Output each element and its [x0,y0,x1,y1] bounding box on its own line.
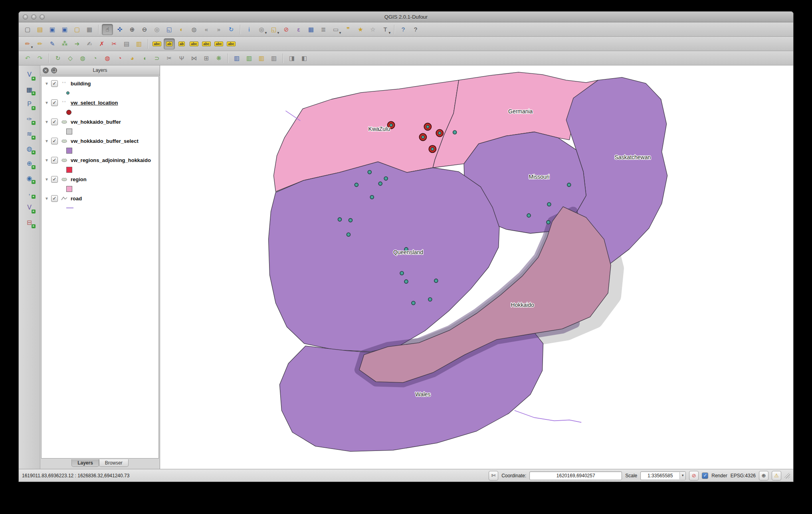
node-tool-icon[interactable]: ✍ [84,38,95,49]
scale-dropdown-icon[interactable]: ▼ [679,472,685,479]
layer-item-vw_hokkaido_buffer[interactable]: ▼✓vw_hokkaido_buffer [42,117,158,127]
fill-ring-icon[interactable]: ◕ [127,53,138,64]
copy-features-icon[interactable]: ▤ [121,38,132,49]
cut-features-icon[interactable]: ✂ [109,38,120,49]
toggle-editing-icon[interactable]: ✏ [34,38,46,49]
refresh-map-icon[interactable]: ↻ [226,24,237,35]
new-project-icon[interactable]: ▢ [22,24,33,35]
resize-grip[interactable] [784,473,790,478]
delete-part-icon[interactable]: ◔ [114,53,125,64]
layer-visibility-checkbox[interactable]: ✓ [51,176,58,183]
rotate-point-symbols-icon[interactable]: ❋ [213,53,224,64]
collapse-triangle-icon[interactable]: ▼ [45,158,49,162]
paste-features-icon[interactable]: ▥ [133,38,145,49]
coordinate-capture-icon[interactable]: ✄ [489,471,498,480]
show-hidden-labels-icon[interactable]: abc [188,38,200,49]
delete-selected-icon[interactable]: ✗ [96,38,107,49]
attribute-table-icon[interactable]: ▦ [305,24,317,35]
stop-render-icon[interactable]: ⊘ [689,471,699,480]
merge-features-icon[interactable]: ⋈ [188,53,200,64]
change-label-icon[interactable]: abc [226,38,237,49]
layer-item-vw_regions_adjoining_hokkaido[interactable]: ▼✓vw_regions_adjoining_hokkaido [42,155,158,165]
select-by-expression-icon[interactable]: ε [293,24,304,35]
zoom-out-icon[interactable]: ⊖ [139,24,150,35]
dropdown-arrow-icon[interactable]: ▼ [30,45,34,49]
zoom-native-icon[interactable]: ◎ [151,24,162,35]
new-bookmark-icon[interactable]: ★ [355,24,366,35]
text-annotation-icon[interactable]: T▼ [380,24,391,35]
add-wfs-layer-icon[interactable]: ◉+ [24,172,36,184]
layer-visibility-checkbox[interactable]: ✓ [51,157,58,164]
undo-icon[interactable]: ↶ [22,53,33,64]
local-cumulative-stretch-icon[interactable]: ▥ [256,53,267,64]
layer-item-road[interactable]: ▼✓road [42,193,158,204]
new-print-composer-icon[interactable]: ▢ [71,24,83,35]
split-features-icon[interactable]: ✂ [164,53,175,64]
layer-labeling-options-icon[interactable]: abc [151,38,162,49]
deselect-features-icon[interactable]: ⊘ [281,24,292,35]
save-project-as-icon[interactable]: ▣ [59,24,70,35]
layer-visibility-checkbox[interactable]: ✓ [51,119,58,125]
add-wcs-layer-icon[interactable]: ⊕+ [24,157,36,169]
composer-manager-icon[interactable]: ▦ [84,24,95,35]
full-cumulative-stretch-icon[interactable]: ▥ [268,53,279,64]
save-layer-edits-icon[interactable]: ✎ [47,38,58,49]
add-part-icon[interactable]: ◔ [89,53,101,64]
layer-visibility-checkbox[interactable]: ✓ [51,195,58,202]
reshape-features-icon[interactable]: ◖ [139,53,150,64]
dropdown-arrow-icon[interactable]: ▼ [339,31,342,35]
collapse-triangle-icon[interactable]: ▼ [45,101,49,105]
collapse-triangle-icon[interactable]: ▼ [45,177,49,182]
show-bookmarks-icon[interactable]: ☆ [367,24,378,35]
merge-feature-attributes-icon[interactable]: ⊞ [201,53,212,64]
add-feature-icon[interactable]: ⁂ [59,38,70,49]
simplify-feature-icon[interactable]: ◇ [65,53,76,64]
add-ring-icon[interactable]: ◍ [77,53,88,64]
scale-combo[interactable]: 1:33565585 ▼ [640,471,686,480]
add-wms-layer-icon[interactable]: ◍+ [24,142,36,154]
measure-icon[interactable]: ▭▼ [330,24,341,35]
add-postgis-layer-icon[interactable]: P+ [24,98,36,110]
map-tips-icon[interactable]: ❞ [343,24,354,35]
decrease-brightness-icon[interactable]: ◧ [299,53,310,64]
zoom-full-icon[interactable]: ◱ [164,24,175,35]
identify-features-icon[interactable]: i [244,24,255,35]
layer-visibility-checkbox[interactable]: ✓ [51,99,58,106]
dropdown-arrow-icon[interactable]: ▼ [264,31,267,35]
add-raster-layer-icon[interactable]: ▦+ [24,83,36,95]
rotate-label-icon[interactable]: abc [213,38,224,49]
collapse-triangle-icon[interactable]: ▼ [45,120,49,124]
dropdown-arrow-icon[interactable]: ▼ [388,31,391,35]
rotate-feature-icon[interactable]: ↻ [52,53,63,64]
collapse-triangle-icon[interactable]: ▼ [45,81,49,86]
log-messages-icon[interactable]: ⚠ [772,471,781,480]
zoom-to-selection-icon[interactable]: ◐ [176,24,187,35]
new-shapefile-layer-icon[interactable]: V▼+ [24,202,36,214]
pan-to-selection-icon[interactable]: ✜ [114,24,125,35]
panel-tab-browser[interactable]: Browser [99,459,129,467]
collapse-triangle-icon[interactable]: ▼ [45,196,49,201]
delete-ring-icon[interactable]: ◍ [102,53,113,64]
move-label-icon[interactable]: abc [201,38,212,49]
zoom-in-icon[interactable]: ⊕ [127,24,138,35]
layer-visibility-checkbox[interactable]: ✓ [51,80,58,87]
layer-item-vw_select_location[interactable]: ▼✓°°vw_select_location [42,97,158,108]
split-parts-icon[interactable]: Ψ [176,53,187,64]
panel-tab-layers[interactable]: Layers [71,459,99,467]
offset-curve-icon[interactable]: ⊃ [151,53,162,64]
collapse-triangle-icon[interactable]: ▼ [45,139,49,143]
zoom-last-icon[interactable]: « [201,24,212,35]
run-feature-action-icon[interactable]: ◎▼ [256,24,267,35]
crs-status-icon[interactable]: ⊕ [759,471,768,480]
map-canvas[interactable]: KwaZuluGermaniaSaskatchewanMissouriQueen… [160,65,793,469]
coordinate-input[interactable]: 1620169,6940257 [529,471,622,480]
current-edits-icon[interactable]: ✏▼ [22,38,33,49]
whats-this-icon[interactable]: ? [410,24,421,35]
redo-icon[interactable]: ↷ [34,53,46,64]
add-mssql-layer-icon[interactable]: ≋+ [24,128,36,140]
layer-item-region[interactable]: ▼✓region [42,174,158,184]
select-features-icon[interactable]: ◱▼ [268,24,279,35]
layer-item-building[interactable]: ▼✓°°building [42,78,158,89]
increase-brightness-icon[interactable]: ◨ [286,53,297,64]
layer-visibility-checkbox[interactable]: ✓ [51,138,58,144]
